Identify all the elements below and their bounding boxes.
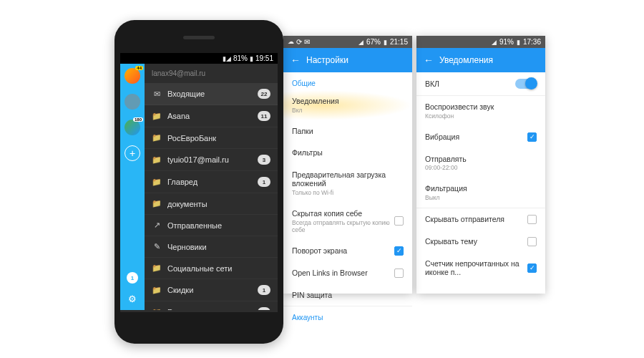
phone-screen: ▮◢ 81% ▮ 19:51 44 180 + 1 ⚙ [120,53,278,312]
battery-percent: 81% [233,54,248,62]
drawer-folder-item[interactable]: 📁tyuio017@mail.ru3 [145,149,278,171]
settings-row-bcc[interactable]: Скрытая копия себе Всегда отправлять скр… [283,203,412,240]
folder-icon: 📁 [152,263,162,273]
section-title-accounts: Аккаунты [283,306,412,324]
folder-label: РосЕвроБанк [167,134,270,142]
avatar-badge: 44 [135,66,143,70]
folder-label: Входящие [167,90,252,98]
checkbox[interactable] [394,216,404,226]
signal-icon: ◢ [358,39,364,46]
battery-icon: ▮ [384,39,387,46]
sync-icon: ⟳ [296,38,302,46]
drawer-folder-item[interactable]: 📁РосЕвроБанк [145,127,278,149]
folder-icon: 📁 [152,308,162,311]
account-rail: 44 180 + 1 ⚙ [120,64,145,310]
checkbox[interactable]: ✓ [527,263,537,273]
unread-badge: 22 [258,89,270,99]
folder-label: Рассылки [167,308,252,310]
settings-row-pin[interactable]: PIN защита [283,284,412,306]
folder-label: Черновики [167,243,270,251]
back-arrow-icon[interactable]: ← [291,54,301,66]
settings-row-vibration[interactable]: Вибрация ✓ [416,126,545,148]
folder-label: Социальные сети [167,264,270,273]
settings-row-master-toggle[interactable]: ВКЛ [416,72,545,95]
settings-row-open-links[interactable]: Open Links in Browser [283,262,412,284]
settings-row-sound[interactable]: Воспроизвести звук Ксилофон [416,96,545,126]
status-bar: ▮◢ 81% ▮ 19:51 [120,53,278,64]
folder-label: Asana [167,112,252,120]
avatar[interactable] [125,94,140,110]
drawer-folder-item[interactable]: ✎Черновики [145,236,278,258]
checkbox[interactable] [394,268,404,278]
settings-row-notifications[interactable]: Уведомления Вкл [283,90,412,120]
folder-icon: 📁 [152,199,162,208]
settings-row-filtering[interactable]: Фильтрация Выкл [416,178,545,208]
settings-row-filters[interactable]: Фильтры [283,142,412,164]
drawer-folder-item[interactable]: 📁Главред1 [145,171,278,193]
drawer-folder-item[interactable]: 📁Рассылки1 [145,301,278,310]
avatar-badge: 180 [133,117,143,122]
phone-speaker [183,36,215,39]
settings-row-send-window[interactable]: Отправлять 09:00-22:00 [416,148,545,178]
folder-label: Отправленные [167,221,270,230]
checkbox[interactable] [527,215,537,224]
folder-label: Скидки [167,286,252,294]
folder-label: Главред [167,178,252,186]
battery-percent: 91% [499,38,514,46]
drawer-folder-item[interactable]: 📁Скидки1 [145,279,278,301]
rail-badge-dot[interactable]: 1 [127,272,138,284]
status-bar: ◢ 91% ▮ 17:36 [416,36,545,48]
settings-row-rotation[interactable]: Поворот экрана ✓ [283,240,412,262]
avatar[interactable]: 44 [125,68,140,84]
cloud-icon: ☁ [288,38,294,46]
phone-device-frame: ▮◢ 81% ▮ 19:51 44 180 + 1 ⚙ [114,20,283,344]
folder-icon: 📁 [152,155,162,165]
unread-badge: 1 [258,285,270,295]
checkbox[interactable]: ✓ [527,132,537,142]
gear-icon[interactable]: ⚙ [128,294,137,304]
folder-icon: 📁 [152,178,162,187]
screen-header: ← Настройки [283,48,412,72]
drawer-folder-item[interactable]: ↗Отправленные [145,215,278,236]
screen-title: Настройки [306,55,348,65]
settings-row-hide-sender[interactable]: Скрывать отправителя [416,208,545,231]
back-arrow-icon[interactable]: ← [424,54,434,66]
screen-header: ← Уведомления [416,48,545,72]
checkbox[interactable] [527,237,537,246]
unread-badge: 1 [258,307,270,310]
settings-row-hide-subject[interactable]: Скрывать тему [416,231,545,253]
unread-badge: 3 [258,155,270,165]
folder-icon: ↗ [152,221,162,230]
signal-icon: ▮◢ [223,55,231,62]
status-time: 17:36 [523,38,541,46]
drawer-folder-item[interactable]: 📁Социальные сети [145,258,278,279]
drawer-folder-item[interactable]: 📁Asana11 [145,105,278,127]
folder-icon: ✉ [152,90,162,99]
toggle-switch[interactable] [515,79,537,89]
drawer-folder-item[interactable]: ✉Входящие22 [145,83,278,105]
battery-icon: ▮ [517,39,520,46]
status-time: 19:51 [255,54,273,62]
folder-label: tyuio017@mail.ru [167,155,252,164]
checkbox[interactable]: ✓ [394,246,404,256]
battery-icon: ▮ [250,55,253,62]
folder-icon: ✎ [152,242,162,251]
settings-row-preload[interactable]: Предварительная загрузка вложений Только… [283,164,412,203]
settings-row-folders[interactable]: Папки [283,120,412,142]
signal-icon: ◢ [492,39,497,46]
folder-drawer: lanax94@mail.ru ✉Входящие22📁Asana11📁РосЕ… [145,64,278,310]
screen-title: Уведомления [439,55,493,65]
status-time: 21:15 [390,38,408,46]
add-account-button[interactable]: + [125,145,140,161]
avatar[interactable]: 180 [125,120,140,135]
battery-percent: 67% [366,38,381,46]
status-bar: ☁ ⟳ ✉ ◢ 67% ▮ 21:15 [283,36,412,48]
notifications-screen: ◢ 91% ▮ 17:36 ← Уведомления ВКЛ Воспроиз… [416,36,545,294]
folder-icon: 📁 [152,286,162,295]
unread-badge: 11 [258,111,270,121]
drawer-folder-item[interactable]: 📁документы [145,193,278,215]
mail-icon: ✉ [304,38,310,46]
account-email[interactable]: lanax94@mail.ru [145,64,278,83]
settings-screen: ☁ ⟳ ✉ ◢ 67% ▮ 21:15 ← Настройки Общие Ув… [283,36,412,294]
settings-row-unread-counter[interactable]: Счетчик непрочитанных на иконке п... ✓ [416,253,545,284]
